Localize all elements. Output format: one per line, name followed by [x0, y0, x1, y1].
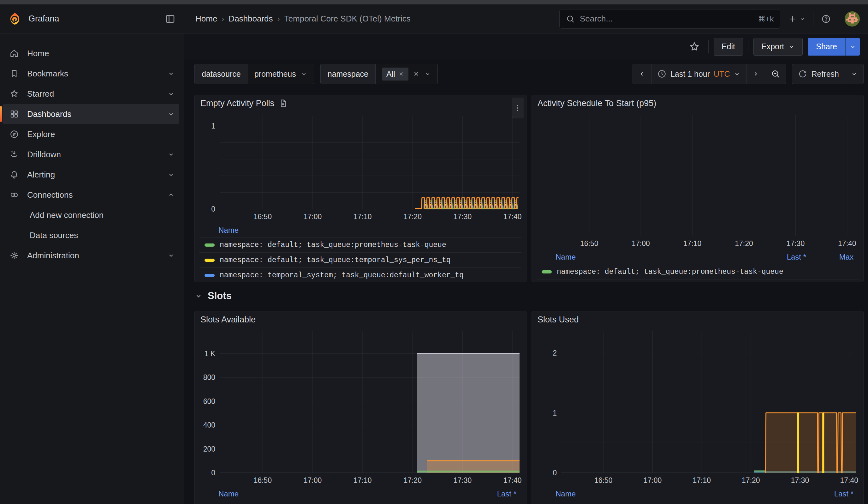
panel-activity-schedule-to-start: Activity Schedule To Start (p95) 16:5017…	[531, 95, 864, 282]
share-menu-button[interactable]	[845, 38, 860, 55]
timeseries-chart: 16:5017:0017:1017:2017:3017:40	[537, 112, 859, 250]
svg-text:17:00: 17:00	[304, 476, 322, 484]
legend-row[interactable]: namespace: default; task_queue:temporal_…	[199, 253, 521, 268]
time-range-group: Last 1 hour UTC	[632, 64, 786, 84]
panel-title[interactable]: Slots Available	[200, 315, 256, 325]
sidebar-item-administration[interactable]: Administration	[2, 246, 179, 265]
sidebar-item-dashboards[interactable]: Dashboards	[2, 104, 179, 124]
zoom-out-icon	[771, 69, 780, 79]
chevron-down-icon	[167, 90, 175, 97]
user-avatar[interactable]	[845, 11, 860, 27]
sidebar-item-label: Alerting	[27, 170, 159, 180]
breadcrumb-home[interactable]: Home	[195, 14, 217, 24]
svg-text:1 K: 1 K	[204, 350, 215, 358]
legend-row[interactable]: namespace: temporal_system; task_queue:d…	[199, 268, 521, 282]
legend-row[interactable]: namespace: default; task_queue:prometheu…	[537, 501, 859, 504]
top-nav: Grafana Home › Dashboards › Temporal Cor…	[0, 4, 868, 33]
breadcrumb-separator: ›	[277, 14, 280, 23]
search-icon	[566, 14, 575, 23]
svg-text:200: 200	[203, 445, 215, 453]
sidebar-item-connections[interactable]: Connections	[2, 185, 179, 205]
dock-sidebar-icon[interactable]	[163, 12, 177, 26]
refresh-interval-button[interactable]	[845, 64, 863, 84]
star-icon	[689, 41, 700, 52]
time-controls: Last 1 hour UTC	[632, 64, 864, 84]
svg-text:17:40: 17:40	[504, 213, 521, 221]
link-icon	[9, 190, 19, 199]
row-title: Slots	[208, 290, 232, 301]
variable-namespace-select[interactable]: All	[375, 64, 437, 84]
panel-title[interactable]: Empty Activity Polls	[200, 99, 274, 108]
legend-sort-name[interactable]: Name	[556, 253, 759, 261]
legend-sort-last[interactable]: Last *	[759, 253, 806, 261]
panel-slots-used: Slots Used 16:5017:0017:1017:2017:3017:4…	[531, 311, 864, 504]
time-shift-forward-button[interactable]	[746, 64, 765, 84]
sidebar-item-add-new-connection[interactable]: Add new connection	[2, 205, 179, 225]
legend-sort-last[interactable]: Last *	[469, 490, 516, 498]
chevron-left-icon	[639, 70, 645, 78]
time-range-picker[interactable]: Last 1 hour UTC	[651, 64, 746, 84]
sidebar-item-label: Dashboards	[27, 109, 159, 119]
svg-text:17:00: 17:00	[304, 213, 322, 221]
bell-icon	[9, 170, 19, 179]
panel-title[interactable]: Activity Schedule To Start (p95)	[538, 99, 656, 108]
sidebar-item-explore[interactable]: Explore	[2, 124, 179, 144]
legend-sort-max[interactable]: Max	[806, 253, 854, 261]
timezone-label: UTC	[714, 70, 730, 79]
drilldown-icon	[9, 150, 19, 159]
sidebar-item-bookmarks[interactable]: Bookmarks	[2, 64, 179, 83]
svg-text:17:40: 17:40	[840, 476, 858, 484]
search-input[interactable]	[579, 13, 753, 24]
time-shift-back-button[interactable]	[633, 64, 651, 84]
panel-header: Slots Used	[532, 311, 863, 328]
edit-button[interactable]: Edit	[714, 38, 743, 55]
clock-icon	[657, 69, 666, 79]
help-button[interactable]	[819, 12, 833, 26]
chevron-down-icon	[167, 171, 175, 178]
gear-icon	[9, 251, 19, 260]
share-button[interactable]: Share	[808, 38, 845, 55]
legend-sort-name[interactable]: Name	[218, 490, 469, 498]
close-icon[interactable]	[398, 71, 404, 77]
sidebar-item-home[interactable]: Home	[2, 43, 179, 63]
nav-right: Home › Dashboards › Temporal Core SDK (O…	[184, 9, 868, 29]
search-box[interactable]: ⌘+k	[559, 9, 780, 29]
compass-icon	[9, 130, 19, 139]
namespace-chip-all[interactable]: All	[382, 68, 409, 81]
sidebar-item-starred[interactable]: Starred	[2, 84, 179, 104]
timeseries-chart: 16:5017:0017:1017:2017:3017:40012	[537, 328, 859, 487]
series-color-swatch	[205, 244, 215, 247]
svg-text:17:00: 17:00	[643, 476, 662, 484]
sidebar-item-label: Drilldown	[27, 150, 159, 160]
chevron-down-icon	[300, 70, 308, 78]
row-toggle-slots[interactable]: Slots	[194, 287, 232, 305]
star-dashboard-button[interactable]	[685, 38, 703, 55]
panel-description-icon[interactable]	[279, 99, 288, 108]
sidebar-item-drilldown[interactable]: Drilldown	[2, 145, 179, 164]
refresh-button[interactable]: Refresh	[792, 64, 845, 84]
clear-selection-icon[interactable]	[413, 70, 420, 78]
legend-sort-name[interactable]: Name	[556, 490, 806, 498]
chevron-down-icon	[424, 70, 431, 78]
sidebar-item-data-sources[interactable]: Data sources	[2, 225, 179, 245]
breadcrumb-dashboards[interactable]: Dashboards	[228, 14, 273, 24]
legend-header: NameLast *Max	[537, 250, 859, 264]
legend-sort-name[interactable]: Name	[218, 226, 516, 235]
svg-text:1: 1	[553, 409, 557, 417]
legend-row[interactable]: namespace: default; task_queue:prometheu…	[199, 501, 521, 504]
zoom-out-button[interactable]	[765, 64, 786, 84]
add-new-button[interactable]	[786, 12, 807, 25]
panel-title[interactable]: Slots Used	[538, 315, 579, 325]
breadcrumb: Home › Dashboards › Temporal Core SDK (O…	[195, 14, 411, 24]
panel-legend: Namenamespace: default; task_queue:prome…	[199, 223, 521, 282]
export-button[interactable]: Export	[753, 38, 803, 55]
svg-text:17:30: 17:30	[454, 476, 472, 484]
legend-row[interactable]: namespace: default; task_queue:prometheu…	[537, 264, 859, 279]
variable-datasource-select[interactable]: prometheus	[248, 64, 314, 84]
kebab-icon	[514, 104, 522, 112]
sidebar-item-alerting[interactable]: Alerting	[2, 165, 179, 184]
legend-row[interactable]: namespace: default; task_queue:prometheu…	[199, 237, 521, 253]
legend-sort-last[interactable]: Last *	[806, 490, 854, 498]
variable-namespace-label: namespace	[321, 64, 375, 84]
sidebar-item-label: Bookmarks	[27, 69, 159, 79]
